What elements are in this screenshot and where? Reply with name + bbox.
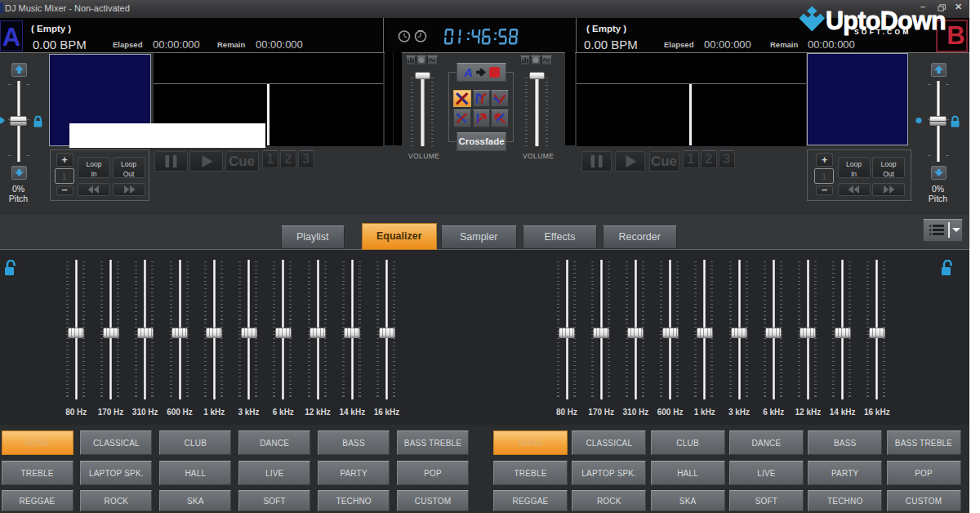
svg-text:SOFT.COM: SOFT.COM bbox=[854, 28, 911, 36]
svg-text:A: A bbox=[463, 65, 473, 79]
